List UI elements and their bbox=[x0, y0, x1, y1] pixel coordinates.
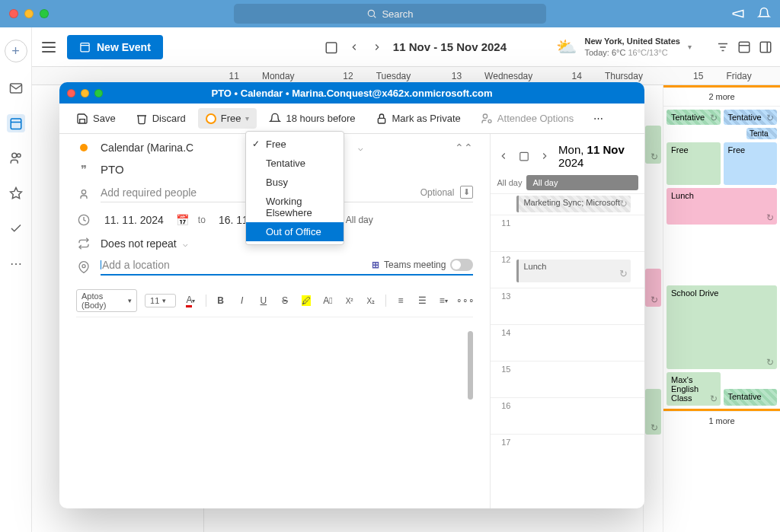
private-button[interactable]: Mark as Private bbox=[368, 108, 468, 129]
prev-week-button[interactable] bbox=[347, 40, 361, 54]
start-date-picker-icon[interactable]: 📅 bbox=[177, 214, 189, 226]
filter-icon[interactable] bbox=[716, 40, 730, 54]
more-events-bottom[interactable]: 1 more bbox=[663, 411, 780, 430]
bell-icon[interactable] bbox=[757, 7, 771, 21]
discard-button[interactable]: Discard bbox=[128, 108, 193, 129]
status-option-free[interactable]: ✓Free bbox=[246, 135, 344, 154]
attendee-options-button[interactable]: Attendee Options bbox=[473, 108, 581, 129]
superscript-button[interactable]: X² bbox=[343, 293, 356, 308]
underline-button[interactable]: U bbox=[257, 293, 270, 308]
dialog-maximize-button[interactable] bbox=[94, 89, 103, 97]
event-thu-free[interactable]: ↻ bbox=[645, 126, 661, 164]
more-formatting-button[interactable]: ∘∘∘ bbox=[458, 293, 473, 308]
bold-button[interactable]: B bbox=[213, 293, 227, 308]
recurring-icon: ↻ bbox=[766, 357, 774, 368]
bullet-list-button[interactable]: ≡ bbox=[394, 293, 408, 308]
collapse-icon[interactable]: ⌃⌃ bbox=[455, 142, 473, 154]
status-option-busy[interactable]: Busy bbox=[246, 173, 344, 192]
people-icon bbox=[76, 188, 91, 200]
align-button[interactable]: ≡▾ bbox=[436, 293, 450, 308]
titlebar-right-icons bbox=[731, 7, 771, 21]
today-icon[interactable] bbox=[324, 40, 338, 54]
font-size-selector[interactable]: 11▾ bbox=[145, 294, 176, 307]
status-option-out-of-office[interactable]: Out of Office bbox=[246, 222, 344, 241]
italic-button[interactable]: I bbox=[235, 293, 249, 308]
weather-range: 16°C/13°C bbox=[628, 48, 667, 57]
svg-point-20 bbox=[488, 119, 491, 123]
dialog-minimize-button[interactable] bbox=[81, 89, 89, 97]
formatting-toolbar: Aptos (Body)▾ 11▾ A▾ B I U S 🖊 A⃠ X² X₂ … bbox=[76, 285, 473, 317]
event-free-2[interactable]: Free bbox=[724, 142, 778, 185]
recurrence-selector[interactable]: Does not repeat ⌵ bbox=[101, 237, 188, 250]
view-mode-icon[interactable] bbox=[737, 40, 751, 54]
location-input[interactable]: Add a location ⊞ Teams meeting bbox=[101, 259, 473, 276]
hour-label-16: 16 bbox=[491, 398, 513, 434]
event-lunch[interactable]: Lunch↻ bbox=[667, 188, 777, 225]
event-school-drive[interactable]: School Drive↻ bbox=[667, 285, 777, 369]
clear-format-button[interactable]: A⃠ bbox=[321, 293, 334, 308]
svg-rect-16 bbox=[760, 42, 771, 53]
highlight-button[interactable]: 🖊 bbox=[299, 293, 313, 308]
svg-point-6 bbox=[17, 154, 21, 158]
event-free-1[interactable]: Free bbox=[667, 142, 721, 185]
hour-label-12: 12 bbox=[491, 252, 513, 288]
minimize-window-button[interactable] bbox=[24, 9, 34, 18]
status-label: Free bbox=[221, 113, 241, 124]
event-tenta-short[interactable]: Tenta bbox=[746, 128, 777, 139]
strikethrough-button[interactable]: S bbox=[278, 293, 292, 308]
event-thu-2[interactable]: ↻ bbox=[645, 389, 661, 435]
more-events-top[interactable]: 2 more bbox=[663, 88, 780, 107]
new-item-button[interactable]: + bbox=[5, 40, 27, 62]
editor-scrollbar[interactable] bbox=[468, 331, 473, 400]
svg-point-23 bbox=[82, 265, 85, 268]
description-editor[interactable] bbox=[76, 331, 473, 501]
favorites-rail-icon[interactable] bbox=[7, 184, 25, 202]
teams-label: Teams meeting bbox=[384, 260, 446, 270]
close-window-button[interactable] bbox=[9, 9, 18, 18]
panel-icon[interactable] bbox=[759, 40, 772, 54]
new-event-button[interactable]: New Event bbox=[67, 35, 163, 59]
save-button[interactable]: Save bbox=[69, 108, 123, 129]
event-max-class[interactable]: Max's English Class↻ bbox=[667, 372, 721, 406]
mail-rail-icon[interactable] bbox=[7, 79, 25, 97]
event-thu-lunch[interactable]: ↻ bbox=[645, 269, 661, 307]
preview-allday-event[interactable]: All day bbox=[526, 175, 638, 190]
tasks-rail-icon[interactable] bbox=[7, 219, 25, 237]
more-rail-icon[interactable]: ⋯ bbox=[7, 254, 25, 272]
contacts-icon[interactable]: ⬇ bbox=[460, 186, 473, 199]
reminder-button[interactable]: 18 hours before bbox=[261, 108, 363, 129]
event-tentative-1[interactable]: Tentative↻ bbox=[667, 110, 721, 125]
status-option-tentative[interactable]: Tentative bbox=[246, 154, 344, 173]
maximize-window-button[interactable] bbox=[40, 9, 49, 18]
status-option-working-elsewhere[interactable]: Working Elsewhere bbox=[246, 192, 344, 222]
preview-prev-button[interactable] bbox=[497, 148, 510, 164]
people-rail-icon[interactable] bbox=[7, 149, 25, 167]
hamburger-button[interactable] bbox=[40, 38, 58, 56]
font-family-selector[interactable]: Aptos (Body)▾ bbox=[76, 289, 137, 312]
megaphone-icon[interactable] bbox=[731, 7, 745, 21]
numbered-list-button[interactable]: ☰ bbox=[415, 293, 429, 308]
teams-meeting-toggle[interactable] bbox=[450, 259, 473, 271]
optional-label[interactable]: Optional bbox=[420, 187, 455, 198]
preview-next-button[interactable] bbox=[538, 148, 551, 164]
next-week-button[interactable] bbox=[370, 40, 384, 54]
search-input[interactable]: Search bbox=[234, 4, 546, 24]
status-dropdown-button[interactable]: Free ▾ bbox=[198, 108, 257, 129]
calendar-rail-icon[interactable] bbox=[7, 114, 25, 132]
hour-label-14: 14 bbox=[491, 325, 513, 361]
dialog-close-button[interactable] bbox=[67, 89, 75, 97]
day-header-fri[interactable]: 15Friday bbox=[665, 67, 780, 84]
font-color-button[interactable]: A▾ bbox=[184, 293, 197, 308]
subscript-button[interactable]: X₂ bbox=[364, 293, 378, 308]
search-icon bbox=[366, 8, 377, 19]
event-tentative-3[interactable]: Tentative bbox=[724, 389, 778, 406]
svg-line-1 bbox=[374, 16, 376, 18]
preview-today-button[interactable] bbox=[517, 148, 530, 164]
event-tentative-2[interactable]: Tentative↻ bbox=[724, 110, 778, 125]
hour-label-11: 11 bbox=[491, 215, 513, 251]
preview-event-marketing[interactable]: Marketing Sync; Microsoft↻ bbox=[516, 196, 631, 212]
more-options-button[interactable]: ⋯ bbox=[586, 108, 611, 129]
preview-event-lunch[interactable]: Lunch↻ bbox=[516, 260, 631, 282]
start-date-input[interactable]: 11. 11. 2024 bbox=[101, 212, 168, 228]
weather-widget[interactable]: ⛅ New York, United States Today: 6°C 16°… bbox=[556, 36, 692, 58]
